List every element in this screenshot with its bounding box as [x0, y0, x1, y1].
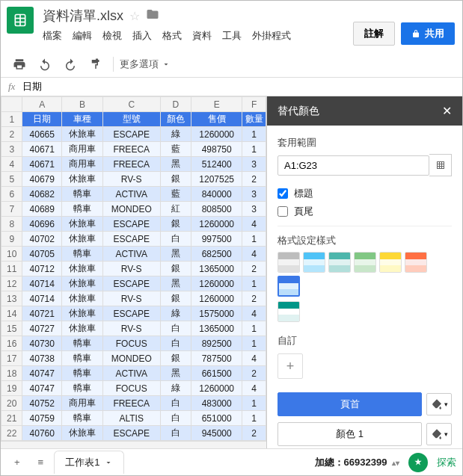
- row-header[interactable]: 5: [1, 172, 22, 187]
- color1-fill-dropdown[interactable]: ▾: [426, 423, 452, 445]
- cell[interactable]: 白: [160, 426, 191, 441]
- cell[interactable]: 1260000: [191, 276, 242, 291]
- row-header[interactable]: 21: [1, 411, 22, 426]
- cell[interactable]: FREECA: [102, 142, 160, 157]
- cell[interactable]: 40747: [22, 381, 62, 396]
- cell[interactable]: 休旅車: [62, 232, 103, 247]
- close-icon[interactable]: ✕: [442, 104, 452, 118]
- cell[interactable]: 休旅車: [62, 291, 103, 306]
- cell[interactable]: 483000: [191, 396, 242, 411]
- row-header[interactable]: 4: [1, 157, 22, 172]
- all-sheets-icon[interactable]: ≡: [31, 452, 52, 472]
- cell[interactable]: 840000: [191, 187, 242, 202]
- header-cell[interactable]: 數量: [242, 112, 266, 127]
- cell[interactable]: ACTIVA: [102, 366, 160, 381]
- cell[interactable]: 40696: [22, 217, 62, 232]
- cell[interactable]: 1365000: [191, 262, 242, 276]
- row-header[interactable]: 13: [1, 291, 22, 306]
- color1-field[interactable]: 顏色 1: [278, 422, 422, 446]
- col-header-D[interactable]: D: [160, 97, 191, 112]
- cell[interactable]: 1260000: [191, 291, 242, 306]
- menu-format[interactable]: 格式: [162, 29, 182, 43]
- cell[interactable]: 1: [242, 321, 266, 336]
- row-header[interactable]: 2: [1, 127, 22, 142]
- cell[interactable]: 轎車: [62, 381, 103, 396]
- spreadsheet-grid[interactable]: A B C D E F 1日期車種型號顏色售價數量240665休旅車ESCAPE…: [1, 96, 266, 460]
- cell[interactable]: 轎車: [62, 187, 103, 202]
- cell[interactable]: 2: [242, 366, 266, 381]
- table-row[interactable]: 740689轎車MONDEO紅8085003: [1, 202, 266, 217]
- row-header[interactable]: 20: [1, 396, 22, 411]
- table-row[interactable]: 1140712休旅車RV-S銀13650002: [1, 262, 266, 276]
- cell[interactable]: 1: [242, 276, 266, 291]
- row-header[interactable]: 17: [1, 351, 22, 366]
- cell[interactable]: 40747: [22, 366, 62, 381]
- row-header[interactable]: 22: [1, 426, 22, 441]
- cell[interactable]: MONDEO: [102, 351, 160, 366]
- cell[interactable]: 498750: [191, 142, 242, 157]
- color-swatch[interactable]: [278, 301, 300, 322]
- cell[interactable]: 銀: [160, 217, 191, 232]
- cell[interactable]: RV-S: [102, 291, 160, 306]
- cell[interactable]: 651000: [191, 411, 242, 426]
- cell[interactable]: 1365000: [191, 321, 242, 336]
- cell[interactable]: 白: [160, 336, 191, 351]
- cell[interactable]: ESCAPE: [102, 217, 160, 232]
- color-swatch[interactable]: [354, 252, 376, 273]
- cell[interactable]: ALTIS: [102, 411, 160, 426]
- cell[interactable]: 白: [160, 321, 191, 336]
- cell[interactable]: 1207525: [191, 172, 242, 187]
- cell[interactable]: 休旅車: [62, 306, 103, 321]
- cell[interactable]: 40721: [22, 306, 62, 321]
- menu-file[interactable]: 檔案: [43, 29, 62, 43]
- cell[interactable]: 4: [242, 351, 266, 366]
- redo-icon[interactable]: [59, 55, 82, 74]
- menu-insert[interactable]: 插入: [132, 29, 152, 43]
- cell[interactable]: 40671: [22, 142, 62, 157]
- explore-label[interactable]: 探索: [437, 456, 456, 469]
- cell[interactable]: 3: [242, 187, 266, 202]
- cell[interactable]: 轎車: [62, 411, 103, 426]
- row-header[interactable]: 15: [1, 321, 22, 336]
- cell[interactable]: 40712: [22, 262, 62, 276]
- cell[interactable]: 1: [242, 142, 266, 157]
- header-cell[interactable]: 售價: [191, 112, 242, 127]
- cell[interactable]: 休旅車: [62, 426, 103, 441]
- cell[interactable]: 商用車: [62, 142, 103, 157]
- select-range-icon[interactable]: [429, 154, 452, 176]
- cell[interactable]: 轎車: [62, 366, 103, 381]
- cell[interactable]: 40730: [22, 336, 62, 351]
- color-swatch[interactable]: [303, 252, 325, 273]
- cell[interactable]: 轎車: [62, 247, 103, 262]
- cell[interactable]: 轎車: [62, 336, 103, 351]
- table-row[interactable]: 1640730轎車FOCUS白8925001: [1, 336, 266, 351]
- cell[interactable]: 銀: [160, 351, 191, 366]
- cell[interactable]: 綠: [160, 381, 191, 396]
- table-row[interactable]: 1240714休旅車ESCAPE黑12600001: [1, 276, 266, 291]
- table-row[interactable]: 1040705轎車ACTIVA黑6825004: [1, 247, 266, 262]
- header-color-field[interactable]: 頁首: [278, 392, 422, 416]
- print-icon[interactable]: [8, 55, 31, 74]
- table-row[interactable]: 2140759轎車ALTIS白6510001: [1, 411, 266, 426]
- cell[interactable]: 2: [242, 291, 266, 306]
- row-header[interactable]: 19: [1, 381, 22, 396]
- header-cell[interactable]: 顏色: [160, 112, 191, 127]
- cell[interactable]: 1: [242, 336, 266, 351]
- table-row[interactable]: 340671商用車FREECA藍4987501: [1, 142, 266, 157]
- cell[interactable]: FREECA: [102, 157, 160, 172]
- cell[interactable]: ESCAPE: [102, 232, 160, 247]
- row-header[interactable]: 9: [1, 232, 22, 247]
- cell[interactable]: 銀: [160, 262, 191, 276]
- row-header[interactable]: 8: [1, 217, 22, 232]
- table-row[interactable]: 1540727休旅車RV-S白13650001: [1, 321, 266, 336]
- cell[interactable]: 黑: [160, 157, 191, 172]
- cell[interactable]: 4: [242, 306, 266, 321]
- color-swatch[interactable]: [278, 252, 300, 273]
- cell[interactable]: 40671: [22, 157, 62, 172]
- comments-button[interactable]: 註解: [353, 22, 395, 46]
- cell[interactable]: 1: [242, 127, 266, 142]
- color-swatch[interactable]: [405, 252, 427, 273]
- quick-sum[interactable]: 加總：66932399 ▴▾: [315, 456, 399, 469]
- row-header[interactable]: 1: [1, 112, 22, 127]
- cell[interactable]: 轎車: [62, 351, 103, 366]
